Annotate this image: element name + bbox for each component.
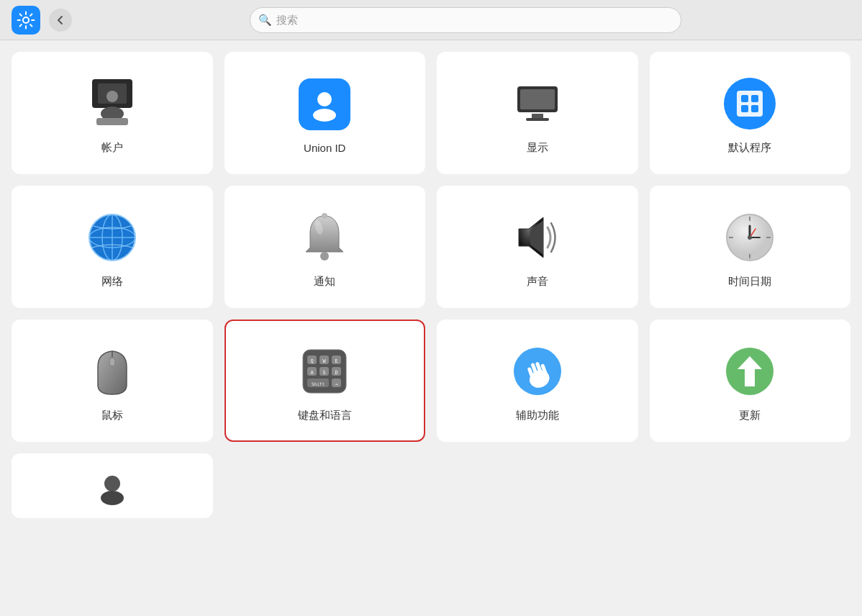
sound-icon-svg — [512, 212, 563, 263]
account-label: 帐户 — [101, 141, 123, 155]
default-programs-label: 默认程序 — [728, 141, 771, 155]
svg-rect-10 — [532, 114, 543, 118]
network-label: 网络 — [101, 275, 123, 289]
svg-rect-11 — [526, 118, 549, 121]
default-icon-svg — [734, 88, 766, 119]
settings-item-mouse[interactable]: 鼠标 — [12, 320, 213, 442]
account-icon-svg — [86, 78, 138, 130]
search-icon: 🔍 — [258, 14, 272, 27]
datetime-label: 时间日期 — [728, 275, 771, 289]
svg-text:S: S — [323, 370, 326, 376]
svg-text:→: → — [335, 381, 338, 387]
svg-rect-16 — [751, 105, 758, 112]
settings-item-account[interactable]: 帐户 — [12, 52, 213, 174]
settings-item-network[interactable]: 网络 — [12, 186, 213, 308]
settings-item-union-id[interactable]: Union ID — [224, 52, 426, 174]
keyboard-language-label: 键盘和语言 — [298, 409, 352, 422]
settings-item-display[interactable]: 显示 — [437, 52, 638, 174]
topbar: 🔍 — [0, 0, 862, 40]
accessibility-label: 辅助功能 — [516, 409, 559, 422]
svg-text:Q: Q — [311, 358, 314, 364]
display-label: 显示 — [527, 141, 548, 155]
svg-rect-37 — [110, 358, 114, 366]
app-icon — [12, 6, 40, 35]
settings-item-default-programs[interactable]: 默认程序 — [650, 52, 851, 174]
svg-rect-15 — [741, 105, 748, 112]
union-id-icon-bg — [299, 78, 350, 130]
update-icon — [724, 345, 776, 397]
svg-text:D: D — [335, 370, 338, 376]
svg-rect-9 — [520, 89, 555, 109]
notification-icon-svg — [300, 212, 349, 263]
search-bar-container: 🔍 — [250, 7, 681, 33]
accessibility-icon — [512, 345, 563, 397]
mouse-label: 鼠标 — [101, 409, 123, 422]
union-id-label: Union ID — [304, 142, 345, 154]
svg-point-0 — [23, 17, 29, 22]
back-button[interactable] — [49, 9, 72, 32]
accessibility-icon-svg — [512, 346, 563, 397]
update-label: 更新 — [739, 409, 761, 422]
search-input[interactable] — [250, 7, 681, 33]
datetime-icon-svg — [724, 212, 776, 263]
bottom-icon-1 — [94, 471, 130, 507]
notification-icon — [299, 212, 350, 263]
svg-point-24 — [322, 213, 327, 219]
svg-rect-14 — [751, 95, 758, 102]
svg-rect-12 — [737, 91, 763, 117]
back-arrow-icon — [55, 15, 65, 25]
union-id-icon-svg — [307, 86, 342, 122]
svg-point-6 — [317, 92, 332, 107]
settings-item-keyboard-language[interactable]: Q W E A S D Shift → 键盘和语言 — [224, 320, 426, 442]
svg-point-7 — [313, 109, 336, 122]
bottom-icon-1-svg — [94, 471, 130, 507]
svg-text:E: E — [335, 358, 338, 364]
svg-point-23 — [320, 252, 329, 261]
svg-rect-5 — [96, 118, 128, 125]
svg-text:Shift: Shift — [312, 381, 325, 386]
sound-label: 声音 — [527, 275, 548, 289]
network-icon — [86, 212, 138, 263]
notification-label: 通知 — [314, 275, 335, 289]
update-icon-svg — [725, 346, 775, 397]
display-icon-svg — [512, 78, 563, 130]
default-programs-icon — [724, 78, 776, 130]
settings-item-sound[interactable]: 声音 — [437, 186, 638, 308]
account-icon — [86, 78, 138, 130]
svg-point-34 — [748, 235, 752, 240]
settings-item-update[interactable]: 更新 — [650, 320, 851, 442]
datetime-icon — [724, 212, 776, 263]
sound-icon — [512, 212, 563, 263]
svg-rect-13 — [741, 95, 748, 102]
mouse-icon-svg — [91, 345, 134, 397]
keyboard-icon-svg: Q W E A S D Shift → — [300, 347, 349, 396]
union-id-icon — [299, 78, 350, 130]
mouse-icon — [86, 345, 138, 397]
svg-point-4 — [106, 91, 118, 102]
default-icon-circle — [724, 78, 776, 130]
settings-item-datetime[interactable]: 时间日期 — [650, 186, 851, 308]
settings-item-accessibility[interactable]: 辅助功能 — [437, 320, 638, 442]
display-icon — [512, 78, 563, 130]
settings-item-notification[interactable]: 通知 — [224, 186, 426, 308]
keyboard-icon: Q W E A S D Shift → — [299, 345, 350, 397]
settings-app-icon — [17, 11, 35, 30]
settings-item-bottom-1[interactable] — [12, 453, 213, 518]
svg-point-65 — [101, 491, 124, 505]
svg-point-64 — [104, 476, 120, 492]
network-icon-svg — [86, 212, 138, 263]
